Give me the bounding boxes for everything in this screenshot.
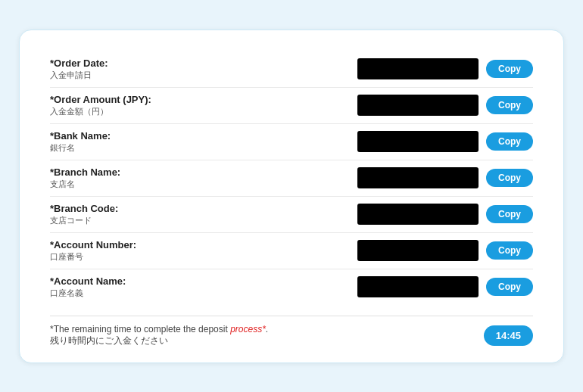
label-en-account-name: *Account Name: [50,275,201,287]
label-branch-name: *Branch Name:支店名 [50,166,201,190]
label-jp-account-number: 口座番号 [50,251,201,263]
copy-button-branch-name[interactable]: Copy [486,169,533,187]
label-jp-account-name: 口座名義 [50,288,201,299]
footer-row: *The remaining time to complete the depo… [50,316,533,347]
label-jp-order-amount: 入金金額（円） [50,106,201,117]
copy-button-branch-code[interactable]: Copy [486,205,533,223]
copy-button-order-date[interactable]: Copy [486,60,533,78]
copy-button-account-name[interactable]: Copy [486,278,533,296]
label-en-branch-name: *Branch Name: [50,166,201,178]
label-en-order-date: *Order Date: [50,58,201,69]
footer-text-block: *The remaining time to complete the depo… [50,324,268,347]
field-row-account-number: *Account Number:口座番号Copy [50,233,533,269]
field-row-branch-code: *Branch Code:支店コードCopy [50,197,533,233]
field-row-account-name: *Account Name:口座名義Copy [50,269,533,305]
label-jp-branch-name: 支店名 [50,179,201,190]
label-account-name: *Account Name:口座名義 [50,275,201,299]
footer-text-after: . [266,324,268,334]
label-jp-order-date: 入金申請日 [50,70,201,81]
value-box-account-number [357,240,479,261]
copy-button-bank-name[interactable]: Copy [486,132,533,151]
label-bank-name: *Bank Name:銀行名 [50,130,201,154]
value-box-branch-name [357,167,479,188]
label-en-bank-name: *Bank Name: [50,130,201,142]
field-right-order-date: Copy [357,58,533,79]
footer-text-before: *The remaining time to complete the depo… [50,324,230,334]
field-right-bank-name: Copy [357,131,533,152]
field-right-branch-name: Copy [357,167,533,188]
field-row-order-amount: *Order Amount (JPY):入金金額（円）Copy [50,88,533,124]
footer-highlight: process* [230,324,266,334]
label-en-account-number: *Account Number: [50,239,201,250]
timer-badge: 14:45 [484,325,533,346]
copy-button-account-number[interactable]: Copy [486,241,533,260]
footer-jp: 残り時間内にご入金ください [50,334,268,347]
label-jp-bank-name: 銀行名 [50,142,201,154]
copy-button-order-amount[interactable]: Copy [486,96,533,114]
label-order-date: *Order Date:入金申請日 [50,58,201,81]
footer-message: *The remaining time to complete the depo… [50,324,268,334]
field-row-bank-name: *Bank Name:銀行名Copy [50,124,533,160]
main-card: *Order Date:入金申請日Copy*Order Amount (JPY)… [19,30,564,363]
value-box-account-name [357,276,479,297]
label-en-branch-code: *Branch Code: [50,203,201,214]
label-jp-branch-code: 支店コード [50,215,201,226]
field-row-order-date: *Order Date:入金申請日Copy [50,51,533,88]
value-box-order-date [357,58,479,79]
field-row-branch-name: *Branch Name:支店名Copy [50,160,533,197]
value-box-order-amount [357,95,479,116]
field-right-account-name: Copy [357,276,533,297]
label-account-number: *Account Number:口座番号 [50,239,201,263]
value-box-bank-name [357,131,479,152]
label-order-amount: *Order Amount (JPY):入金金額（円） [50,94,201,117]
value-box-branch-code [357,204,479,225]
label-en-order-amount: *Order Amount (JPY): [50,94,201,105]
field-right-branch-code: Copy [357,204,533,225]
field-right-account-number: Copy [357,240,533,261]
field-right-order-amount: Copy [357,95,533,116]
label-branch-code: *Branch Code:支店コード [50,203,201,226]
